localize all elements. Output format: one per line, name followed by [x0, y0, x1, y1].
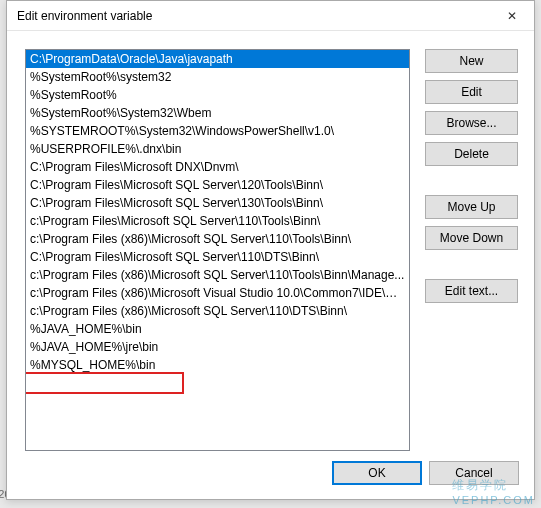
list-item[interactable]: C:\Program Files\Microsoft SQL Server\13…: [26, 194, 409, 212]
dialog: Edit environment variable ✕ C:\ProgramDa…: [6, 0, 535, 500]
list-item[interactable]: %SystemRoot%: [26, 86, 409, 104]
list-item[interactable]: %SystemRoot%\system32: [26, 68, 409, 86]
dialog-title: Edit environment variable: [17, 9, 489, 23]
list-item[interactable]: %SYSTEMROOT%\System32\WindowsPowerShell\…: [26, 122, 409, 140]
list-item[interactable]: %JAVA_HOME%\bin: [26, 320, 409, 338]
edit-text-button[interactable]: Edit text...: [425, 279, 518, 303]
list-item[interactable]: %JAVA_HOME%\jre\bin: [26, 338, 409, 356]
spacer: [425, 257, 518, 279]
new-button[interactable]: New: [425, 49, 518, 73]
button-column: New Edit Browse... Delete Move Up Move D…: [425, 49, 518, 451]
cancel-button[interactable]: Cancel: [429, 461, 519, 485]
footer: OK Cancel: [332, 461, 519, 485]
browse-button[interactable]: Browse...: [425, 111, 518, 135]
list-item[interactable]: %SystemRoot%\System32\Wbem: [26, 104, 409, 122]
list-item[interactable]: c:\Program Files (x86)\Microsoft SQL Ser…: [26, 230, 409, 248]
move-down-button[interactable]: Move Down: [425, 226, 518, 250]
list-item[interactable]: C:\Program Files\Microsoft DNX\Dnvm\: [26, 158, 409, 176]
content-area: C:\ProgramData\Oracle\Java\javapath %Sys…: [7, 31, 534, 451]
delete-button[interactable]: Delete: [425, 142, 518, 166]
path-list[interactable]: C:\ProgramData\Oracle\Java\javapath %Sys…: [25, 49, 410, 451]
ok-button[interactable]: OK: [332, 461, 422, 485]
spacer: [425, 173, 518, 195]
list-item[interactable]: c:\Program Files (x86)\Microsoft SQL Ser…: [26, 302, 409, 320]
highlight-annotation: [25, 372, 184, 394]
close-button[interactable]: ✕: [489, 1, 534, 31]
edit-button[interactable]: Edit: [425, 80, 518, 104]
list-item[interactable]: c:\Program Files (x86)\Microsoft Visual …: [26, 284, 409, 302]
close-icon: ✕: [507, 9, 517, 23]
list-item[interactable]: C:\Program Files\Microsoft SQL Server\11…: [26, 248, 409, 266]
list-item[interactable]: c:\Program Files\Microsoft SQL Server\11…: [26, 212, 409, 230]
list-item[interactable]: C:\Program Files\Microsoft SQL Server\12…: [26, 176, 409, 194]
move-up-button[interactable]: Move Up: [425, 195, 518, 219]
list-item[interactable]: C:\ProgramData\Oracle\Java\javapath: [26, 50, 409, 68]
list-item[interactable]: c:\Program Files (x86)\Microsoft SQL Ser…: [26, 266, 409, 284]
titlebar: Edit environment variable ✕: [7, 1, 534, 31]
list-item[interactable]: %USERPROFILE%\.dnx\bin: [26, 140, 409, 158]
